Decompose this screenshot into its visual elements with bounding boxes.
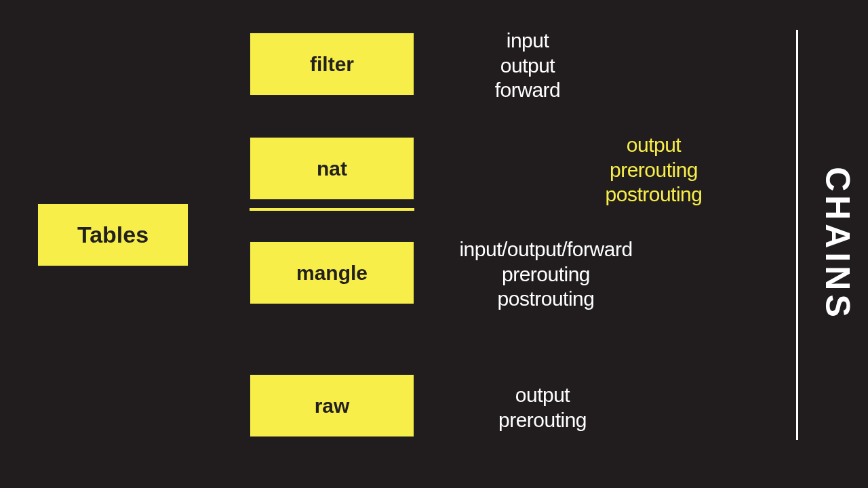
chains-list-nat: output prerouting postrouting: [559, 133, 749, 207]
table-box-raw: raw: [250, 374, 414, 437]
table-label-nat: nat: [317, 157, 347, 180]
table-box-mangle: mangle: [250, 241, 414, 304]
tables-root-label: Tables: [77, 222, 149, 248]
nat-underline: [250, 208, 414, 211]
chains-list-mangle: input/output/forward prerouting postrout…: [427, 237, 665, 312]
table-label-mangle: mangle: [296, 262, 368, 285]
sidebar-label-chains: CHAINS: [818, 167, 857, 321]
table-box-filter: filter: [250, 33, 414, 96]
chains-list-filter: input output forward: [433, 28, 623, 103]
sidebar-divider: [796, 30, 798, 440]
tables-root-box: Tables: [37, 203, 189, 266]
table-box-nat: nat: [250, 137, 414, 200]
table-label-raw: raw: [315, 394, 350, 418]
chains-list-raw: output prerouting: [448, 383, 637, 432]
table-label-filter: filter: [310, 53, 354, 76]
